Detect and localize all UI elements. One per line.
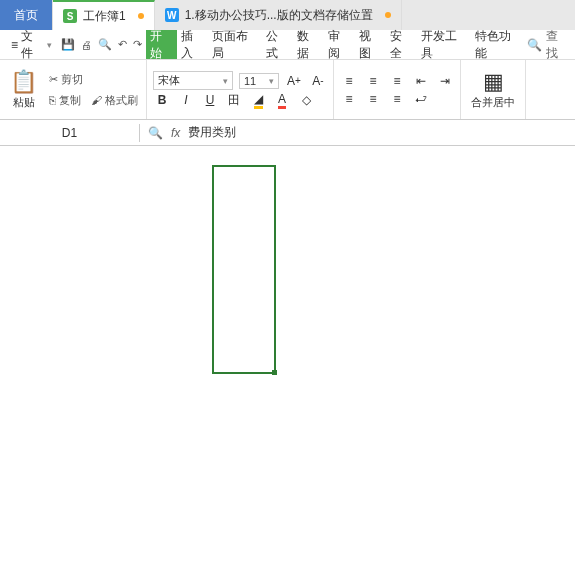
ribbon-tab-formula[interactable]: 公式 [262, 30, 293, 59]
fill-color-button[interactable]: ◢ [249, 92, 267, 108]
ribbon-tab-review[interactable]: 审阅 [324, 30, 355, 59]
ribbon-tab-security[interactable]: 安全 [386, 30, 417, 59]
tab-document[interactable]: W 1.移动办公技巧...版的文档存储位置 [155, 0, 402, 30]
cut-icon: ✂ [49, 73, 58, 86]
align-left-button[interactable]: ≡ [340, 91, 358, 107]
indent-left-button[interactable]: ⇤ [412, 73, 430, 89]
save-button[interactable]: 💾 [59, 36, 77, 53]
formula-input[interactable]: 费用类别 [188, 124, 567, 141]
align-right-button[interactable]: ≡ [388, 91, 406, 107]
document-icon: W [165, 8, 179, 22]
spreadsheet-icon: S [63, 9, 77, 23]
underline-button[interactable]: U [201, 92, 219, 108]
search-label: 查找 [546, 28, 569, 62]
bold-button[interactable]: B [153, 92, 171, 108]
clipboard-group: 📋 粘贴 ✂剪切 ⎘复制 🖌格式刷 [0, 60, 147, 119]
tab-label: 工作簿1 [83, 8, 126, 25]
ribbon-tab-data[interactable]: 数据 [293, 30, 324, 59]
indent-right-button[interactable]: ⇥ [436, 73, 454, 89]
unsaved-dot-icon [138, 13, 144, 19]
tab-label: 1.移动办公技巧...版的文档存储位置 [185, 7, 373, 24]
increase-font-button[interactable]: A+ [285, 73, 303, 89]
save-icon: 💾 [61, 38, 75, 51]
font-color-icon: A [278, 92, 286, 109]
ribbon-tab-view[interactable]: 视图 [355, 30, 386, 59]
ribbon: 📋 粘贴 ✂剪切 ⎘复制 🖌格式刷 宋体▾ 11▾ A+ A- B I U 田 … [0, 60, 575, 120]
font-name-select[interactable]: 宋体▾ [153, 71, 233, 90]
font-group: 宋体▾ 11▾ A+ A- B I U 田 ◢ A ◇ [147, 60, 334, 119]
redo-icon: ↷ [133, 38, 142, 51]
font-size-select[interactable]: 11▾ [239, 73, 279, 89]
paste-label: 粘贴 [13, 95, 35, 110]
merge-group: ▦ 合并居中 [461, 60, 526, 119]
ribbon-tab-start[interactable]: 开始 [146, 30, 177, 59]
menu-icon: ≡ [11, 38, 18, 52]
copy-icon: ⎘ [49, 94, 56, 106]
undo-icon: ↶ [118, 38, 127, 51]
align-middle-button[interactable]: ≡ [364, 73, 382, 89]
format-painter-button[interactable]: 🖌格式刷 [89, 91, 140, 110]
clear-format-button[interactable]: ◇ [297, 92, 315, 108]
merge-center-button[interactable]: ▦ 合并居中 [467, 67, 519, 112]
align-group: ≡ ≡ ≡ ⇤ ⇥ ≡ ≡ ≡ ⮐ [334, 60, 461, 119]
chevron-down-icon: ▾ [223, 76, 228, 86]
spreadsheet-grid[interactable] [0, 146, 575, 569]
merge-icon: ▦ [483, 69, 504, 95]
ribbon-tab-dev[interactable]: 开发工具 [417, 30, 471, 59]
preview-icon: 🔍 [98, 38, 112, 51]
fx-label[interactable]: fx [171, 126, 180, 140]
formula-bar: D1 🔍 fx 费用类别 [0, 120, 575, 146]
border-button[interactable]: 田 [225, 92, 243, 108]
document-tabs: 首页 S 工作簿1 W 1.移动办公技巧...版的文档存储位置 [0, 0, 575, 30]
font-color-button[interactable]: A [273, 92, 291, 108]
ribbon-tabs: 开始 插入 页面布局 公式 数据 审阅 视图 安全 开发工具 特色功能 [146, 30, 526, 59]
ribbon-tab-insert[interactable]: 插入 [177, 30, 208, 59]
cell-name-box[interactable]: D1 [0, 124, 140, 142]
brush-icon: 🖌 [91, 94, 102, 106]
ribbon-tab-special[interactable]: 特色功能 [471, 30, 525, 59]
merge-label: 合并居中 [471, 95, 515, 110]
unsaved-dot-icon [385, 12, 391, 18]
zoom-icon[interactable]: 🔍 [148, 126, 163, 140]
selection-outline [212, 165, 276, 374]
file-label: 文件 [21, 28, 44, 62]
preview-button[interactable]: 🔍 [96, 36, 114, 53]
italic-button[interactable]: I [177, 92, 195, 108]
redo-button[interactable]: ↷ [131, 36, 144, 53]
print-button[interactable]: 🖨 [79, 37, 94, 53]
chevron-down-icon: ▾ [47, 40, 52, 50]
wrap-text-button[interactable]: ⮐ [412, 91, 430, 107]
align-top-button[interactable]: ≡ [340, 73, 358, 89]
tab-workbook[interactable]: S 工作簿1 [53, 0, 155, 30]
search-button[interactable]: 🔍 查找 [527, 28, 569, 62]
align-center-button[interactable]: ≡ [364, 91, 382, 107]
undo-button[interactable]: ↶ [116, 36, 129, 53]
tab-label: 首页 [14, 7, 38, 24]
paste-icon: 📋 [10, 69, 37, 95]
decrease-font-button[interactable]: A- [309, 73, 327, 89]
file-menu[interactable]: ≡ 文件 ▾ [6, 25, 57, 65]
search-icon: 🔍 [527, 38, 542, 52]
copy-button[interactable]: ⎘复制 [47, 91, 83, 110]
ribbon-tab-layout[interactable]: 页面布局 [208, 30, 262, 59]
print-icon: 🖨 [81, 39, 92, 51]
fill-icon: ◢ [254, 92, 263, 109]
menu-bar: ≡ 文件 ▾ 💾 🖨 🔍 ↶ ↷ 开始 插入 页面布局 公式 数据 审阅 视图 … [0, 30, 575, 60]
align-bottom-button[interactable]: ≡ [388, 73, 406, 89]
chevron-down-icon: ▾ [269, 76, 274, 86]
cut-button[interactable]: ✂剪切 [47, 70, 140, 89]
paste-button[interactable]: 📋 粘贴 [6, 67, 41, 112]
